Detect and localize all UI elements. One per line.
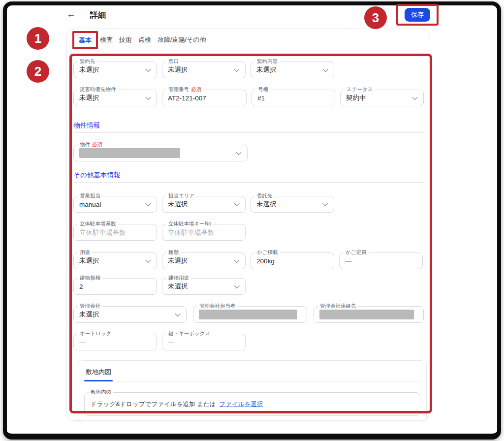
form-row: 用途 未選択 種類 未選択 かご積載 かご定員 — [73,252,424,269]
field-label: 立体駐車場キーNo [166,220,213,227]
field-value: 未選択 [168,65,188,74]
form-row: 災害時優先物件 未選択 管理番号 必須 号機 ステータス [73,90,424,106]
form-row: 契約先 未選択 窓口 未選択 契約内容 未選択 [73,62,424,78]
field-label-text: 物件 [80,141,90,148]
field-label: 窓口 [166,58,181,65]
field-label: かご定員 [344,249,369,256]
field-label: 物件 必須 [78,141,104,148]
building-usage-select[interactable]: 建物用途 未選択 [162,278,246,295]
key-box-field[interactable]: 鍵・キーボックス — [162,334,246,350]
section-heading-property-info: 物件情報 [73,121,424,130]
annotation-box-save: 保存 [396,4,439,26]
parking-key-no-field[interactable]: 立体駐車場キーNo [162,224,246,241]
assigned-area-select[interactable]: 担当エリア 未選択 [162,196,246,213]
cage-load-field[interactable]: かご積載 [251,252,334,269]
chevron-down-icon [145,66,151,72]
chevron-down-icon [145,201,151,206]
type-select[interactable]: 種類 未選択 [162,252,246,269]
contract-party-select[interactable]: 契約先 未選択 [73,62,157,78]
tab-basic[interactable]: 基本 [78,36,93,44]
unit-number-field[interactable]: 号機 [252,90,335,106]
chevron-down-icon [234,283,239,288]
auto-lock-field[interactable]: オートロック — [73,334,157,350]
form-row: 建物規模 建物用途 未選択 [73,278,424,295]
field-label: 契約先 [78,58,97,65]
disaster-priority-select[interactable]: 災害時優先物件 未選択 [73,90,157,106]
form-row: オートロック — 鍵・キーボックス — [73,334,424,350]
status-select[interactable]: ステータス 契約中 [340,90,424,106]
annotation-badge-2: 2 [27,60,49,83]
site-map-dropzone[interactable]: 敷地内図 ドラッグ&ドロップでファイルを追加 または ファイルを選択 [84,392,420,416]
site-map-card: 敷地内図 敷地内図 ドラッグ&ドロップでファイルを追加 または ファイルを選択 [77,360,427,423]
field-value: 未選択 [79,65,99,74]
field-value: 未選択 [168,256,188,265]
field-label: 災害時優先物件 [78,86,118,93]
parking-units-input[interactable] [79,229,151,236]
field-label: 管理会社 [78,303,102,310]
contractor-select[interactable]: 委託先 未選択 [251,196,334,213]
chevron-down-icon [322,201,328,206]
field-label-text: 管理番号 [168,86,189,93]
field-value: 未選択 [168,282,188,291]
field-value: — [79,339,86,346]
field-label: 管理会社担当者 [197,303,238,310]
field-label: かご積載 [255,249,280,256]
form-row: 営業担当 manual 担当エリア 未選択 委託先 未選択 [73,196,424,213]
field-value: 未選択 [256,200,277,209]
field-label: 建物規模 [78,275,102,282]
unit-number-input[interactable] [257,94,329,102]
redacted-value [199,310,297,319]
redacted-value [319,310,414,319]
chevron-down-icon [234,257,239,263]
chevron-down-icon [412,94,417,100]
field-label: 建物用途 [166,275,191,282]
field-value: 未選択 [79,94,99,102]
site-map-tab[interactable]: 敷地内図 [84,367,113,381]
field-label: 立体駐車場基数 [78,220,118,227]
management-company-select[interactable]: 管理会社 未選択 [73,306,187,323]
chevron-down-icon [234,66,239,72]
redacted-value [79,148,180,158]
tab-failure-remote-other[interactable]: 故障/遠隔/その他 [157,35,207,44]
field-value: manual [79,201,101,208]
tab-technical[interactable]: 技術 [118,35,133,44]
chevron-down-icon [236,150,241,155]
contact-window-select[interactable]: 窓口 未選択 [162,62,246,78]
form-row: 管理会社 未選択 管理会社担当者 管理会社連絡先 [73,306,424,323]
management-number-field[interactable]: 管理番号 必須 [162,90,247,106]
cage-capacity-field[interactable]: かご定員 — [339,252,423,269]
save-button[interactable]: 保存 [405,8,430,22]
detail-page: ← 詳細 3 保存 1 2 基本 検査 技術 点検 故障/遠隔/その他 契約先 … [7,5,497,434]
building-scale-input[interactable] [79,283,151,290]
tab-checkup[interactable]: 点検 [137,35,152,44]
building-scale-field[interactable]: 建物規模 [73,278,157,295]
field-value: 未選択 [168,200,188,209]
field-value: — [168,339,175,346]
form-row: 立体駐車場基数 立体駐車場キーNo [73,224,424,241]
property-select[interactable]: 物件 必須 [73,145,248,161]
annotation-badge-3: 3 [364,6,387,29]
management-contact-person-field[interactable]: 管理会社担当者 [193,306,307,323]
cage-load-input[interactable] [256,257,328,265]
field-label: 管理番号 必須 [166,86,203,93]
field-label: 号機 [256,86,270,93]
sales-rep-select[interactable]: 営業担当 manual [73,196,157,213]
field-label: 管理会社連絡先 [318,303,358,310]
file-select-link[interactable]: ファイルを選択 [219,400,263,409]
section-divider [73,182,424,183]
field-value: — [345,257,352,265]
management-contact-info-field[interactable]: 管理会社連絡先 [314,306,424,323]
parking-key-no-input[interactable] [168,229,240,236]
field-label: 鍵・キーボックス [166,330,212,337]
field-label: オートロック [78,330,113,337]
field-value: 契約中 [346,94,366,102]
parking-units-field[interactable]: 立体駐車場基数 [73,224,157,241]
usage-select[interactable]: 用途 未選択 [73,252,157,269]
back-arrow-icon[interactable]: ← [66,9,76,19]
field-label: 種類 [166,249,181,256]
tab-inspection[interactable]: 検査 [99,35,114,44]
field-label: 用途 [78,249,92,256]
contract-content-select[interactable]: 契約内容 未選択 [251,62,334,78]
management-number-input[interactable] [168,94,241,102]
form-row: 物件 必須 [73,145,424,161]
